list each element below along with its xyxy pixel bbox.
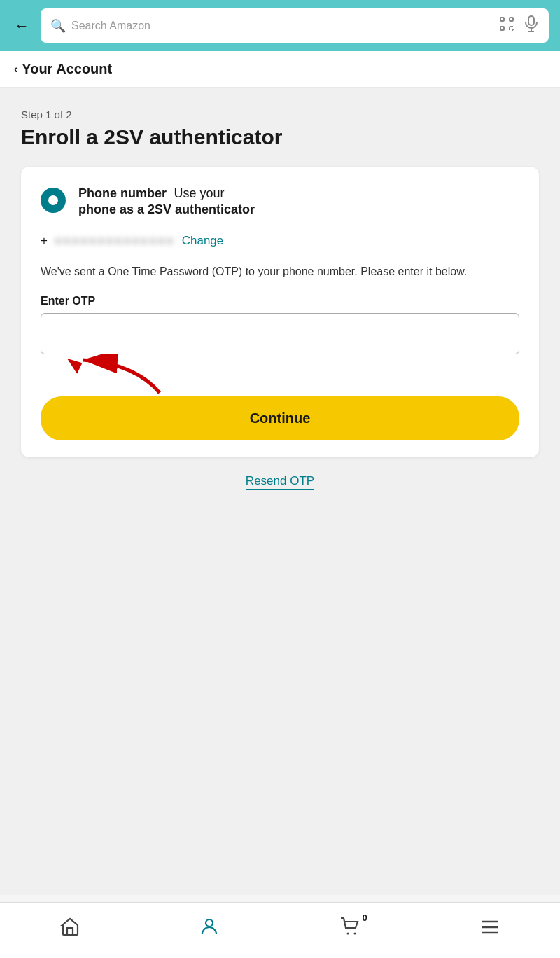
search-right-icons <box>498 15 539 36</box>
nav-cart[interactable]: 0 <box>340 917 360 941</box>
radio-description: phone as a 2SV authenticator <box>78 202 519 217</box>
menu-icon <box>480 918 500 940</box>
resend-otp-link[interactable]: Resend OTP <box>246 474 314 490</box>
top-nav: ← 🔍 Search Amazon <box>0 0 560 51</box>
radio-subtitle: Use your <box>174 186 224 200</box>
microphone-icon[interactable] <box>524 15 539 36</box>
otp-input[interactable] <box>41 313 519 354</box>
main-content: Step 1 of 2 Enroll a 2SV authenticator P… <box>0 88 560 895</box>
continue-button[interactable]: Continue <box>41 396 519 440</box>
otp-description: We've sent a One Time Password (OTP) to … <box>41 263 519 281</box>
breadcrumb-label: Your Account <box>22 61 112 77</box>
search-placeholder-text: Search Amazon <box>71 20 493 32</box>
cart-count-badge: 0 <box>363 912 368 923</box>
page-title: Enroll a 2SV authenticator <box>21 125 539 150</box>
svg-rect-7 <box>528 16 534 25</box>
change-phone-link[interactable]: Change <box>182 234 224 248</box>
radio-title: Phone number <box>78 186 167 200</box>
radio-selected-icon <box>41 188 66 213</box>
account-icon <box>200 917 219 941</box>
otp-label: Enter OTP <box>41 295 519 307</box>
nav-menu[interactable] <box>480 918 500 940</box>
phone-number-blurred: ●●●●●●●●●●●●●● <box>55 234 175 248</box>
phone-number-option[interactable]: Phone number Use your phone as a 2SV aut… <box>41 186 519 217</box>
search-bar[interactable]: 🔍 Search Amazon <box>41 8 549 43</box>
phone-prefix: + <box>41 234 48 248</box>
bottom-nav: 0 <box>0 902 560 958</box>
nav-home[interactable] <box>60 917 80 941</box>
back-button[interactable]: ← <box>11 14 32 38</box>
home-icon <box>60 917 80 941</box>
svg-rect-0 <box>500 18 504 21</box>
scan-icon[interactable] <box>498 15 515 36</box>
breadcrumb[interactable]: ‹ Your Account <box>0 51 560 88</box>
resend-section: Resend OTP <box>21 474 539 495</box>
nav-account[interactable] <box>200 917 219 941</box>
radio-text-block: Phone number Use your phone as a 2SV aut… <box>78 186 519 217</box>
authenticator-card: Phone number Use your phone as a 2SV aut… <box>21 167 539 457</box>
arrow-annotation <box>41 354 519 396</box>
red-arrow-icon <box>62 354 174 396</box>
svg-rect-1 <box>510 18 513 21</box>
search-icon: 🔍 <box>50 18 66 34</box>
radio-inner-dot <box>48 195 58 205</box>
svg-point-14 <box>354 933 356 935</box>
svg-marker-11 <box>67 356 84 375</box>
svg-rect-2 <box>500 27 504 30</box>
svg-point-12 <box>206 919 213 926</box>
breadcrumb-chevron-icon: ‹ <box>14 63 18 76</box>
step-label: Step 1 of 2 <box>21 109 539 120</box>
svg-point-13 <box>346 933 349 935</box>
phone-number-row: + ●●●●●●●●●●●●●● Change <box>41 234 519 248</box>
cart-icon: 0 <box>340 917 360 941</box>
